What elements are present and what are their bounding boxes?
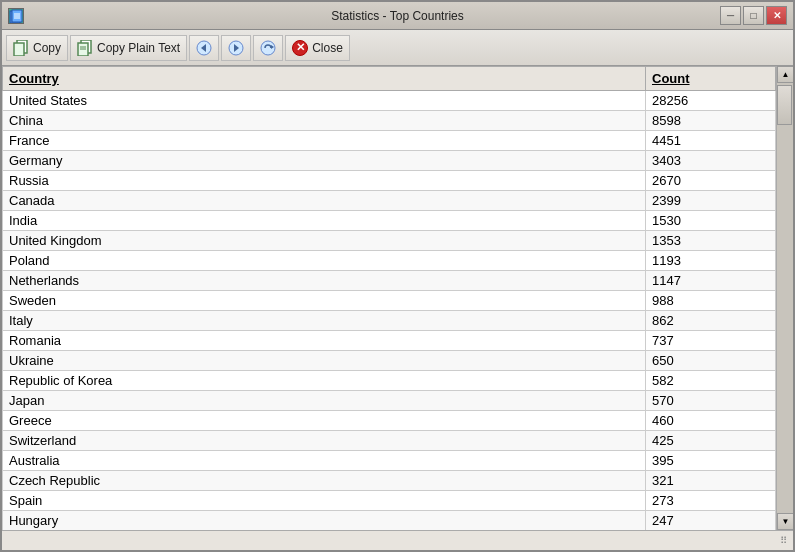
cell-count: 650 xyxy=(646,351,776,371)
nav-back-button[interactable] xyxy=(189,35,219,61)
col-country-header[interactable]: Country xyxy=(3,67,646,91)
table-row: Netherlands1147 xyxy=(3,271,776,291)
nav-back-icon xyxy=(196,40,212,56)
app-icon xyxy=(8,8,24,24)
cell-country: China xyxy=(3,111,646,131)
cell-count: 273 xyxy=(646,491,776,511)
cell-count: 247 xyxy=(646,511,776,531)
scroll-up-button[interactable]: ▲ xyxy=(777,66,793,83)
title-bar: Statistics - Top Countries ─ □ ✕ xyxy=(2,2,793,30)
cell-count: 570 xyxy=(646,391,776,411)
cell-count: 2670 xyxy=(646,171,776,191)
scroll-track[interactable] xyxy=(777,83,793,513)
main-window: Statistics - Top Countries ─ □ ✕ Copy xyxy=(0,0,795,552)
table-row: India1530 xyxy=(3,211,776,231)
cell-count: 8598 xyxy=(646,111,776,131)
data-table: Country Count United States28256China859… xyxy=(2,66,776,530)
cell-country: Hungary xyxy=(3,511,646,531)
table-row: Switzerland425 xyxy=(3,431,776,451)
cell-count: 737 xyxy=(646,331,776,351)
cell-country: Sweden xyxy=(3,291,646,311)
table-row: Republic of Korea582 xyxy=(3,371,776,391)
cell-country: Spain xyxy=(3,491,646,511)
cell-country: Canada xyxy=(3,191,646,211)
cell-count: 28256 xyxy=(646,91,776,111)
cell-country: Japan xyxy=(3,391,646,411)
table-row: Hungary247 xyxy=(3,511,776,531)
table-row: Spain273 xyxy=(3,491,776,511)
table-row: Canada2399 xyxy=(3,191,776,211)
cell-country: Italy xyxy=(3,311,646,331)
window-title: Statistics - Top Countries xyxy=(331,9,464,23)
table-row: Australia395 xyxy=(3,451,776,471)
table-row: Poland1193 xyxy=(3,251,776,271)
cell-count: 1353 xyxy=(646,231,776,251)
cell-country: Germany xyxy=(3,151,646,171)
table-row: United States28256 xyxy=(3,91,776,111)
status-bar: ⠿ xyxy=(2,530,793,550)
table-row: Germany3403 xyxy=(3,151,776,171)
copy-button[interactable]: Copy xyxy=(6,35,68,61)
cell-count: 395 xyxy=(646,451,776,471)
cell-count: 4451 xyxy=(646,131,776,151)
nav-forward-icon xyxy=(228,40,244,56)
scroll-thumb[interactable] xyxy=(777,85,792,125)
resize-grip[interactable]: ⠿ xyxy=(775,533,791,549)
cell-count: 988 xyxy=(646,291,776,311)
table-row: Romania737 xyxy=(3,331,776,351)
toolbar: Copy Copy Plain Text xyxy=(2,30,793,66)
cell-count: 1193 xyxy=(646,251,776,271)
window-controls: ─ □ ✕ xyxy=(720,6,787,25)
refresh-button[interactable] xyxy=(253,35,283,61)
table-row: France4451 xyxy=(3,131,776,151)
cell-country: Poland xyxy=(3,251,646,271)
close-label: Close xyxy=(312,41,343,55)
cell-count: 1530 xyxy=(646,211,776,231)
maximize-button[interactable]: □ xyxy=(743,6,764,25)
cell-country: Czech Republic xyxy=(3,471,646,491)
table-row: Czech Republic321 xyxy=(3,471,776,491)
cell-country: United Kingdom xyxy=(3,231,646,251)
title-bar-left xyxy=(8,8,24,24)
cell-country: Switzerland xyxy=(3,431,646,451)
table-row: China8598 xyxy=(3,111,776,131)
table-row: Japan570 xyxy=(3,391,776,411)
table-row: United Kingdom1353 xyxy=(3,231,776,251)
close-icon: ✕ xyxy=(292,40,308,56)
table-row: Sweden988 xyxy=(3,291,776,311)
window-close-button[interactable]: ✕ xyxy=(766,6,787,25)
cell-country: Greece xyxy=(3,411,646,431)
cell-count: 582 xyxy=(646,371,776,391)
table-wrapper[interactable]: Country Count United States28256China859… xyxy=(2,66,776,530)
svg-rect-6 xyxy=(14,43,24,56)
svg-point-15 xyxy=(261,41,275,55)
cell-count: 425 xyxy=(646,431,776,451)
table-row: Russia2670 xyxy=(3,171,776,191)
copy-plain-button[interactable]: Copy Plain Text xyxy=(70,35,187,61)
table-row: Ukraine650 xyxy=(3,351,776,371)
cell-count: 3403 xyxy=(646,151,776,171)
scroll-down-button[interactable]: ▼ xyxy=(777,513,793,530)
close-button[interactable]: ✕ Close xyxy=(285,35,350,61)
col-count-header[interactable]: Count xyxy=(646,67,776,91)
scrollbar[interactable]: ▲ ▼ xyxy=(776,66,793,530)
cell-country: Romania xyxy=(3,331,646,351)
nav-forward-button[interactable] xyxy=(221,35,251,61)
cell-count: 460 xyxy=(646,411,776,431)
cell-country: Russia xyxy=(3,171,646,191)
cell-count: 2399 xyxy=(646,191,776,211)
cell-count: 1147 xyxy=(646,271,776,291)
copy-plain-icon xyxy=(77,40,93,56)
cell-country: Ukraine xyxy=(3,351,646,371)
minimize-button[interactable]: ─ xyxy=(720,6,741,25)
table-row: Greece460 xyxy=(3,411,776,431)
cell-country: France xyxy=(3,131,646,151)
table-container: Country Count United States28256China859… xyxy=(2,66,776,530)
refresh-icon xyxy=(260,40,276,56)
cell-country: Netherlands xyxy=(3,271,646,291)
copy-label: Copy xyxy=(33,41,61,55)
table-row: Italy862 xyxy=(3,311,776,331)
copy-icon xyxy=(13,40,29,56)
cell-country: India xyxy=(3,211,646,231)
copy-plain-label: Copy Plain Text xyxy=(97,41,180,55)
